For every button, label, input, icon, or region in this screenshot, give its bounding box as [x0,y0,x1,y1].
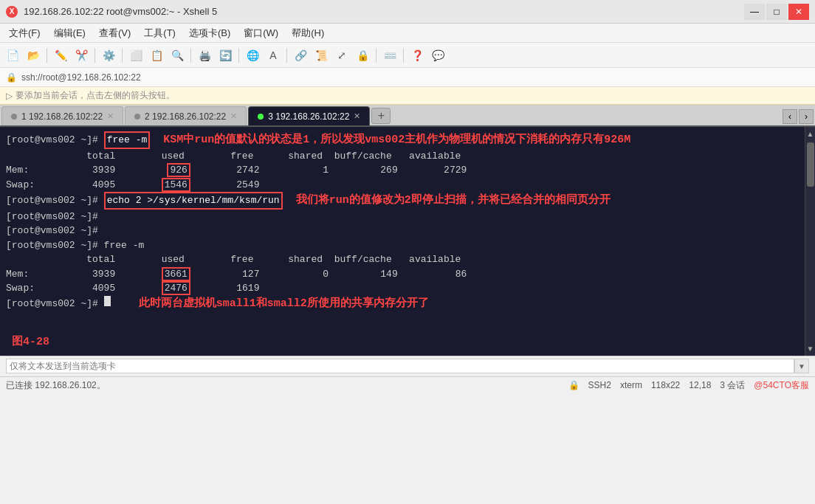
prompt-7: [root@vms002 ~]# [6,224,98,238]
prompt-5: [root@vms002 ~]# [6,193,104,208]
globe-button[interactable]: 🌐 [243,46,262,65]
fig-label: 图4-28 [6,333,49,350]
status-protocol: SSH2 [588,380,611,390]
swap-free-highlight: 1546 [162,178,190,192]
tab-next-button[interactable]: › [799,109,814,124]
print-button[interactable]: 🖨️ [195,46,214,65]
close-button[interactable]: ✕ [788,4,809,20]
cmd-echo-highlight: echo 2 >/sys/kernel/mm/ksm/run [104,192,283,210]
header-row-2: total used free shared buff/cache availa… [6,252,461,267]
toolbar-sep-1 [47,48,47,63]
help-button[interactable]: ❓ [408,46,427,65]
comment-12: 此时两台虚拟机small1和small2所使用的共享内存分开了 [125,296,429,313]
tab-label-2: 2 192.168.26.102:22 [145,111,226,122]
menu-tools[interactable]: 工具(T) [138,25,182,41]
window-title: 192.168.26.102:22 root@vms002:~ - Xshell… [24,6,217,17]
settings-button[interactable]: ⚙️ [99,46,118,65]
address-icon: 🔒 [6,72,17,83]
add-tab-button[interactable]: + [371,108,391,124]
font-button[interactable]: A [264,46,283,65]
cut-button[interactable]: ✂️ [72,46,91,65]
tab-3[interactable]: 3 192.168.26.102:22 ✕ [248,106,370,125]
search-button[interactable]: 🔍 [168,46,187,65]
scroll-down-arrow[interactable]: ▼ [805,343,815,354]
status-terminal: xterm [620,380,642,390]
kbd-button[interactable]: ⌨️ [380,46,399,65]
swap-row-1: Swap: 4095 1546 2549 [6,178,259,193]
tab-close-2[interactable]: ✕ [230,111,237,121]
tab-dot-1 [11,114,17,120]
window-controls[interactable]: — □ ✕ [744,4,809,20]
tab-1[interactable]: 1 192.168.26.102:22 ✕ [1,106,123,125]
toolbar-sep-2 [94,48,95,63]
status-size: 118x22 [651,380,680,390]
menu-view[interactable]: 查看(V) [93,25,137,41]
prompt-6: [root@vms002 ~]# [6,210,98,224]
status-right: 🔒 SSH2 xterm 118x22 12,18 3 会话 @54CTO客服 [568,379,809,392]
toolbar-sep-3 [122,48,123,63]
comment-5: 我们将run的值修改为2即停止扫描，并将已经合并的相同页分开 [283,193,611,210]
tab-close-1[interactable]: ✕ [107,111,114,121]
tab-dot-2 [134,114,140,120]
chat-button[interactable]: 💬 [428,46,447,65]
menu-window[interactable]: 窗口(W) [238,25,284,41]
new-button[interactable]: 📄 [3,46,22,65]
address-bar: 🔒 ssh://root@192.168.26.102:22 [0,68,815,87]
script-button[interactable]: 📜 [312,46,331,65]
terminal-line-8: [root@vms002 ~]# free -m [6,238,799,253]
terminal-line-5: [root@vms002 ~]# echo 2 >/sys/kernel/mm/… [6,192,799,210]
cursor [104,296,111,306]
connection-status: 已连接 192.168.26.102。 [6,379,106,392]
toolbar-sep-4 [190,48,191,63]
menu-help[interactable]: 帮助(H) [286,25,330,41]
toolbar-sep-6 [286,48,287,63]
terminal-input[interactable] [6,359,794,373]
tab-close-3[interactable]: ✕ [354,111,360,121]
maximize-button[interactable]: □ [766,4,787,20]
open-button[interactable]: 📂 [24,46,43,65]
title-bar-left: X 192.168.26.102:22 root@vms002:~ - Xshe… [6,6,217,18]
terminal-content: [root@vms002 ~]# free -m KSM中run的值默认的状态是… [0,127,805,356]
terminal-line-7: [root@vms002 ~]# [6,224,799,238]
tab-nav: ‹ › [783,109,814,125]
address-text: ssh://root@192.168.26.102:22 [21,72,141,83]
prompt-8: [root@vms002 ~]# free -m [6,238,144,253]
scroll-up-arrow[interactable]: ▲ [805,128,815,139]
terminal-line-11: Swap: 4095 2476 1619 [6,281,799,296]
tab-prev-button[interactable]: ‹ [783,109,797,124]
zoom-button[interactable]: ⤢ [332,46,351,65]
tab-label-1: 1 192.168.26.102:22 [21,111,103,122]
menu-tab[interactable]: 选项卡(B) [183,25,236,41]
connect-button[interactable]: 🔗 [291,46,310,65]
scrollbar[interactable]: ▲ ▼ [805,127,815,356]
lock-button[interactable]: 🔒 [353,46,372,65]
tab-dot-3 [258,114,264,120]
toolbar-sep-8 [403,48,404,63]
menu-edit[interactable]: 编辑(E) [48,25,92,41]
prompt-12: [root@vms002 ~]# [6,297,104,311]
menu-file[interactable]: 文件(F) [3,25,47,41]
terminal-line-6: [root@vms002 ~]# [6,210,799,224]
paste-button[interactable]: 📋 [147,46,166,65]
terminal-wrapper: [root@vms002 ~]# free -m KSM中run的值默认的状态是… [0,127,815,356]
arrow-icon: ▷ [6,91,13,101]
copy-button[interactable]: ⬜ [126,46,145,65]
header-row-1: total used free shared buff/cache availa… [6,149,461,164]
mem-row-1: Mem: 3939 926 2742 1 269 2729 [6,163,467,178]
edit-button[interactable]: ✏️ [51,46,70,65]
terminal-line-3: Mem: 3939 926 2742 1 269 2729 [6,163,799,178]
status-position: 12,18 [689,380,711,390]
swap-row-2: Swap: 4095 2476 1619 [6,281,259,296]
tab-2[interactable]: 2 192.168.26.102:22 ✕ [125,106,247,125]
app-icon: X [6,6,18,18]
title-bar: X 192.168.26.102:22 root@vms002:~ - Xshe… [0,0,815,24]
terminal-line-9: total used free shared buff/cache availa… [6,252,799,267]
swap-used-highlight-2: 2476 [162,281,190,295]
scroll-thumb[interactable] [807,142,814,187]
input-dropdown[interactable]: ▼ [794,359,809,373]
terminal-line-2: total used free shared buff/cache availa… [6,149,799,164]
terminal-area[interactable]: [root@vms002 ~]# free -m KSM中run的值默认的状态是… [0,127,805,356]
refresh-button[interactable]: 🔄 [216,46,235,65]
minimize-button[interactable]: — [744,4,765,20]
mem-used-highlight-2: 3661 [162,267,190,281]
